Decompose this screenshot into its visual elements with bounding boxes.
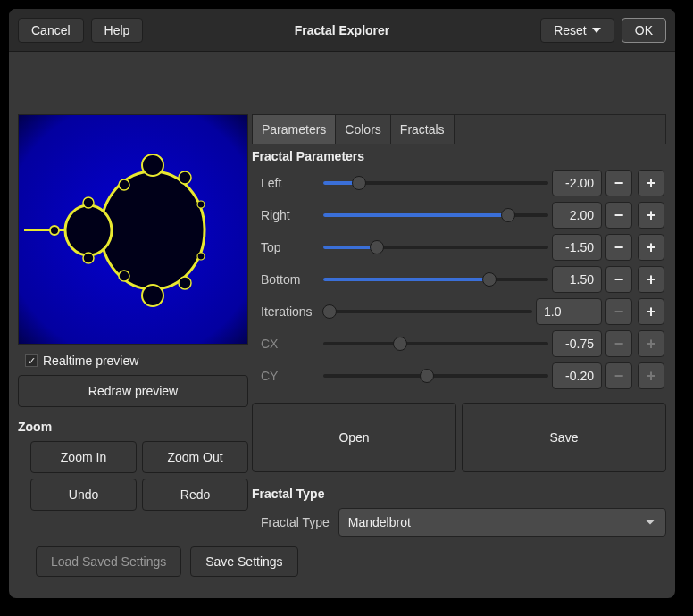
- tab-colors[interactable]: Colors: [336, 115, 390, 144]
- param-slider-iterations[interactable]: [323, 303, 532, 320]
- param-value-iterations[interactable]: 1.0: [536, 298, 602, 325]
- load-settings-button[interactable]: Load Saved Settings: [36, 546, 181, 577]
- param-label-right: Right: [252, 208, 320, 222]
- tab-fractals[interactable]: Fractals: [391, 115, 455, 144]
- param-row-right: Right2.00−+: [252, 199, 666, 231]
- undo-button[interactable]: Undo: [30, 479, 137, 511]
- param-slider-cy: [323, 367, 548, 385]
- svg-point-9: [119, 179, 129, 190]
- help-button[interactable]: Help: [91, 18, 144, 43]
- param-increment-bottom[interactable]: +: [638, 266, 664, 293]
- param-label-cy: CY: [252, 369, 320, 383]
- realtime-preview-row: ✓ Realtime preview: [25, 354, 248, 368]
- param-row-iterations: Iterations1.0−+: [252, 296, 666, 328]
- fractal-type-dropdown[interactable]: Mandelbrot: [338, 508, 666, 537]
- param-decrement-left[interactable]: −: [605, 170, 632, 196]
- fractal-type-value: Mandelbrot: [348, 515, 411, 529]
- save-settings-button[interactable]: Save Settings: [190, 546, 297, 577]
- param-value-cx[interactable]: -0.75: [552, 330, 602, 357]
- svg-point-2: [65, 205, 112, 255]
- save-button[interactable]: Save: [462, 403, 666, 472]
- param-row-cx: CX-0.75−+: [252, 328, 666, 360]
- fractal-type-label: Fractal Type: [261, 515, 330, 529]
- reset-label: Reset: [554, 23, 587, 37]
- param-row-top: Top-1.50−+: [252, 231, 666, 263]
- param-slider-top[interactable]: [323, 238, 548, 256]
- param-row-bottom: Bottom1.50−+: [252, 263, 666, 296]
- left-column: ✓ Realtime preview Redraw preview Zoom Z…: [18, 61, 248, 537]
- footer-buttons: Load Saved Settings Save Settings: [36, 546, 298, 577]
- tab-parameters[interactable]: Parameters: [253, 115, 336, 144]
- cancel-button[interactable]: Cancel: [18, 18, 84, 43]
- dropdown-arrow-icon: [646, 520, 655, 525]
- chevron-down-icon: [592, 28, 601, 33]
- param-value-bottom[interactable]: 1.50: [552, 266, 602, 293]
- svg-point-1: [101, 171, 205, 289]
- svg-point-13: [197, 201, 205, 208]
- svg-point-6: [142, 285, 163, 306]
- redraw-preview-button[interactable]: Redraw preview: [18, 375, 248, 407]
- fractal-parameters-title: Fractal Parameters: [252, 144, 666, 167]
- param-label-left: Left: [252, 176, 320, 190]
- zoom-out-button[interactable]: Zoom Out: [142, 441, 248, 473]
- parameter-rows: Left-2.00−+Right2.00−+Top-1.50−+Bottom1.…: [252, 167, 666, 392]
- param-row-left: Left-2.00−+: [252, 167, 666, 199]
- svg-point-12: [83, 253, 94, 263]
- param-decrement-iterations: −: [605, 298, 632, 325]
- param-slider-bottom[interactable]: [323, 271, 548, 288]
- svg-point-11: [83, 197, 94, 208]
- param-decrement-right[interactable]: −: [605, 202, 632, 229]
- param-increment-left[interactable]: +: [638, 170, 664, 196]
- content-area: ✓ Realtime preview Redraw preview Zoom Z…: [9, 52, 675, 545]
- param-decrement-cy: −: [605, 362, 632, 389]
- right-column: Parameters Colors Fractals Fractal Param…: [252, 61, 666, 537]
- param-row-cy: CY-0.20−+: [252, 360, 666, 392]
- fractal-type-title: Fractal Type: [252, 481, 666, 504]
- param-value-right[interactable]: 2.00: [552, 202, 602, 229]
- svg-point-7: [179, 171, 191, 184]
- svg-point-8: [179, 277, 191, 289]
- realtime-preview-label: Realtime preview: [43, 354, 138, 368]
- param-increment-right[interactable]: +: [638, 202, 664, 229]
- param-slider-left[interactable]: [323, 174, 548, 192]
- tabstrip: Parameters Colors Fractals: [252, 114, 666, 144]
- zoom-section-label: Zoom: [18, 420, 248, 434]
- redo-button[interactable]: Redo: [142, 479, 248, 511]
- param-value-cy[interactable]: -0.20: [552, 362, 602, 389]
- param-decrement-bottom[interactable]: −: [605, 266, 632, 293]
- zoom-in-button[interactable]: Zoom In: [30, 441, 137, 473]
- param-value-left[interactable]: -2.00: [552, 170, 602, 196]
- param-label-bottom: Bottom: [252, 272, 320, 287]
- svg-point-14: [197, 253, 205, 260]
- param-increment-cy: +: [638, 362, 664, 389]
- fractal-preview[interactable]: [18, 114, 248, 345]
- ok-button[interactable]: OK: [622, 18, 666, 43]
- param-label-top: Top: [252, 240, 320, 254]
- svg-point-10: [119, 271, 129, 281]
- param-slider-right[interactable]: [323, 206, 548, 224]
- param-label-iterations: Iterations: [252, 304, 320, 319]
- dialog-window: Cancel Help Fractal Explorer Reset OK: [9, 9, 675, 598]
- param-slider-cx: [323, 335, 548, 353]
- titlebar: Cancel Help Fractal Explorer Reset OK: [9, 9, 675, 52]
- reset-button[interactable]: Reset: [540, 18, 614, 43]
- realtime-preview-checkbox[interactable]: ✓: [25, 354, 38, 367]
- param-increment-iterations[interactable]: +: [638, 298, 664, 325]
- svg-point-4: [50, 226, 59, 235]
- param-label-cx: CX: [252, 337, 320, 351]
- param-value-top[interactable]: -1.50: [552, 234, 602, 261]
- param-decrement-top[interactable]: −: [605, 234, 632, 261]
- open-button[interactable]: Open: [252, 403, 456, 472]
- param-increment-cx: +: [638, 330, 664, 357]
- param-increment-top[interactable]: +: [638, 234, 664, 261]
- param-decrement-cx: −: [605, 330, 632, 357]
- svg-point-5: [142, 154, 163, 176]
